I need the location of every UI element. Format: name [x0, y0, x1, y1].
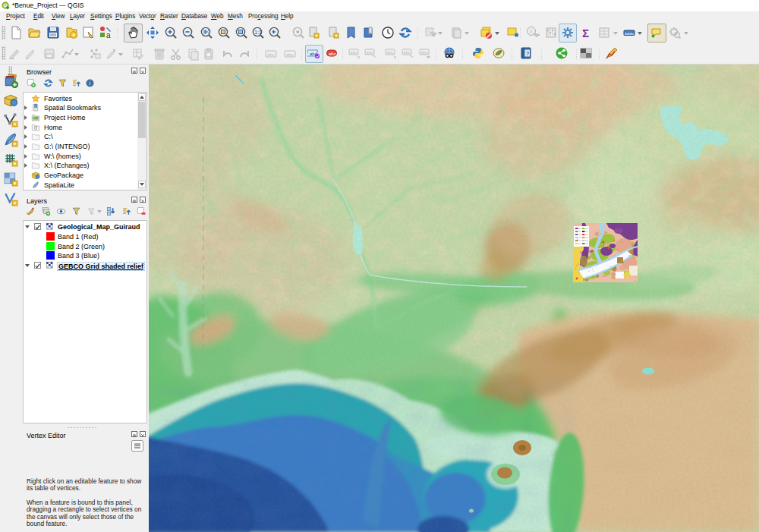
- svg-text:?: ?: [526, 50, 530, 57]
- svg-text:i: i: [89, 80, 90, 87]
- svg-text:abc: abc: [421, 50, 428, 55]
- svg-text:1:1: 1:1: [255, 30, 262, 35]
- svg-text:abc: abc: [387, 50, 394, 55]
- svg-text:abc: abc: [267, 52, 275, 57]
- svg-text:a: a: [106, 31, 111, 39]
- svg-text:abc: abc: [286, 52, 294, 57]
- svg-text:ε: ε: [92, 211, 94, 216]
- svg-text:abc: abc: [351, 50, 357, 55]
- svg-text:i: i: [531, 28, 532, 35]
- svg-text:abc: abc: [367, 50, 373, 55]
- svg-text:Σ: Σ: [582, 27, 589, 39]
- svg-text:abc: abc: [329, 52, 336, 56]
- svg-text:abc: abc: [404, 50, 411, 55]
